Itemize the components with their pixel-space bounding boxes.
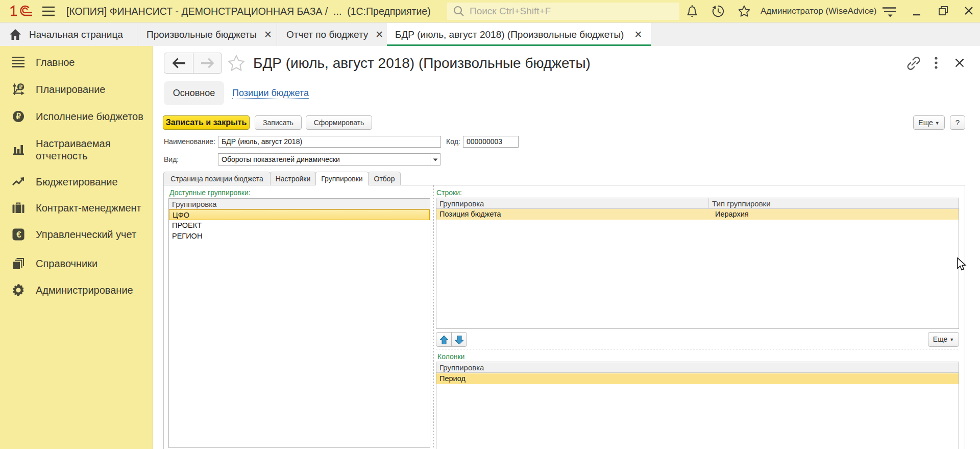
svg-text:₽: ₽	[16, 112, 21, 121]
svg-text:€: €	[16, 230, 21, 240]
svg-text:₽: ₽	[19, 84, 22, 90]
